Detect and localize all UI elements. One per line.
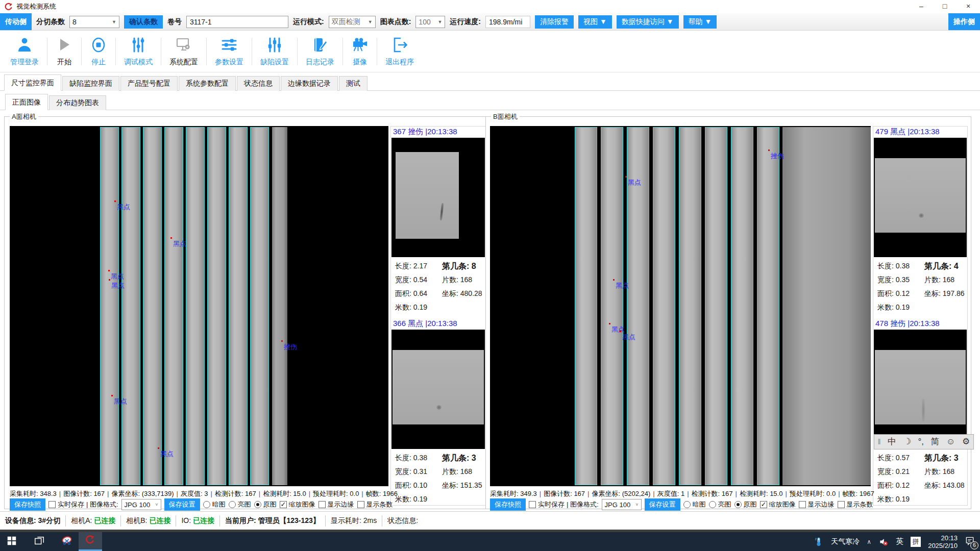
taskbar-start-button[interactable] (0, 532, 23, 551)
tab-4[interactable]: 状态信息 (237, 76, 280, 91)
defect-card[interactable]: 367 挫伤 |20:13:38长度: 2.17第几条: 8宽度: 0.54片数… (391, 127, 485, 314)
camera-image-a[interactable]: 黑点黑点黑点黑点黑点黑点挫伤 (10, 126, 388, 486)
thermometer-icon[interactable] (814, 537, 824, 547)
tab-3[interactable]: 系统参数配置 (179, 76, 236, 91)
display-mode-radio-原图[interactable] (254, 501, 261, 508)
defect-card[interactable]: 478 挫伤 |20:13:38长度: 0.57第几条: 3宽度: 0.21片数… (873, 318, 967, 506)
data-quick-access-menu-button[interactable]: 数据快捷访问 ▼ (617, 15, 679, 29)
save-snapshot-button[interactable]: 保存快照 (490, 498, 526, 511)
drive-side-button[interactable]: 传动侧 (0, 13, 32, 30)
image-format-select[interactable]: JPG 100˅ (121, 499, 161, 510)
taskbar-clock[interactable]: 20:13 2025/2/10 (928, 534, 958, 549)
defect-card[interactable]: 479 黑点 |20:13:38长度: 0.38第几条: 4宽度: 0.35片数… (873, 127, 967, 314)
help-menu-button[interactable]: 帮助 ▼ (683, 15, 717, 29)
ime-simplified-icon[interactable]: 简 (930, 435, 939, 449)
ime-punctuation-icon[interactable]: °, (918, 435, 924, 449)
taskbar-vision-app-button[interactable] (79, 532, 102, 551)
user-icon (16, 36, 33, 55)
display-mode-radio-原图[interactable] (734, 501, 742, 508)
ime-emoji-icon[interactable]: ☺ (946, 435, 955, 449)
roll-number-input[interactable]: 3117-1 (186, 16, 288, 28)
option-checkbox-显示条数[interactable] (838, 501, 845, 508)
display-mode-radio-暗图[interactable] (683, 501, 691, 508)
taskbar-task-view-button[interactable] (28, 532, 51, 551)
material-strip (653, 127, 675, 485)
subtab-1[interactable]: 分布趋势图表 (49, 95, 106, 110)
app-logo-icon (4, 3, 13, 11)
tab-1[interactable]: 缺陷监控界面 (62, 76, 119, 91)
camera-stat: 检测计数: 167 (692, 490, 733, 497)
defect-mark (919, 213, 924, 218)
speaker-muted-icon[interactable] (878, 537, 889, 547)
display-mode-radio-亮图[interactable] (229, 501, 236, 508)
tab-2[interactable]: 产品型号配置 (120, 76, 178, 91)
camera-image-b[interactable]: 挫伤黑点黑点黑点黑点 (490, 126, 871, 486)
view-menu-button[interactable]: 视图 ▼ (578, 15, 612, 29)
toolbar-debug-sliders-button[interactable]: 调试模式 (116, 34, 161, 69)
option-checkbox-显示边缘[interactable] (799, 501, 806, 508)
toolbar-defect-sliders-button[interactable]: 缺陷设置 (252, 34, 297, 69)
ime-language-indicator[interactable]: 英 (896, 537, 903, 546)
defect-stat-row: 米数: 0.19 (395, 300, 484, 314)
tab-6[interactable]: 测试 (339, 76, 368, 91)
toolbar-log-book-button[interactable]: 日志记录 (298, 34, 342, 69)
defect-stat: 坐标: 143.08 (924, 479, 965, 492)
toolbar-icon-label: 系统配置 (169, 58, 198, 67)
toolbar-user-button[interactable]: 管理登录 (2, 34, 47, 69)
image-format-value: JPG 100 (605, 501, 631, 509)
slit-count-label: 分切条数 (36, 17, 65, 27)
option-checkbox-缩放图像[interactable] (760, 501, 767, 508)
ime-drag-handle[interactable]: ‖ (878, 435, 881, 449)
toolbar-play-button[interactable]: 开始 (47, 34, 81, 69)
save-snapshot-button[interactable]: 保存快照 (10, 498, 45, 511)
realtime-save-checkbox[interactable] (529, 501, 536, 508)
tab-5[interactable]: 边缘数据记录 (281, 76, 338, 91)
option-checkbox-缩放图像[interactable] (280, 501, 287, 508)
action-center-icon[interactable]: 6 (965, 536, 975, 547)
clock-time: 20:13 (928, 534, 958, 542)
display-mode-radio-暗图[interactable] (203, 501, 210, 508)
toolbar-exit-door-button[interactable]: 退出程序 (377, 34, 422, 69)
tab-0[interactable]: 尺寸监控界面 (4, 74, 61, 91)
maximize-button[interactable]: □ (933, 0, 957, 13)
weather-text[interactable]: 天气寒冷 (831, 537, 860, 546)
confirm-count-button[interactable]: 确认条数 (124, 15, 163, 29)
separator: | (540, 490, 541, 497)
save-settings-button[interactable]: 保存设置 (164, 498, 200, 511)
sub-tab-bar: 正面图像分布趋势图表 (0, 91, 980, 110)
tray-chevron-up-icon[interactable]: ∧ (867, 538, 871, 545)
slit-count-select[interactable]: 8 ▼ (69, 16, 119, 28)
toolbar-params-sliders-button[interactable]: 参数设置 (207, 34, 252, 69)
clear-alarm-button[interactable]: 清除报警 (535, 15, 574, 29)
toolbar-video-camera-button[interactable]: 摄像 (343, 34, 377, 69)
realtime-save-checkbox[interactable] (48, 501, 56, 508)
toolbar-stop-button[interactable]: 停止 (82, 34, 115, 69)
save-settings-button[interactable]: 保存设置 (645, 498, 680, 511)
defect-stat: 面积: 0.12 (877, 481, 910, 489)
toolbar-system-config-button[interactable]: 系统配置 (161, 34, 206, 69)
minimize-button[interactable]: – (910, 0, 933, 13)
option-checkbox-显示条数[interactable] (357, 501, 364, 508)
defect-label: 黑点 (114, 398, 127, 405)
subtab-0[interactable]: 正面图像 (5, 94, 48, 110)
option-checkbox-显示边缘[interactable] (318, 501, 326, 508)
defect-card[interactable]: 366 黑点 |20:13:38长度: 0.38第几条: 3宽度: 0.31片数… (391, 318, 485, 506)
image-format-select[interactable]: JPG 100˅ (602, 499, 642, 510)
operate-side-button[interactable]: 操作侧 (948, 13, 980, 30)
ime-mode-chinese[interactable]: 中 (888, 435, 896, 449)
ime-moon-icon[interactable]: ☽ (903, 435, 911, 449)
defect-label: 黑点 (111, 273, 124, 280)
taskbar-snipping-tool-button[interactable] (55, 532, 79, 551)
window-title: 视觉检测系统 (16, 2, 56, 11)
status-item: 设备信息: 3#分切 (0, 516, 65, 525)
close-button[interactable]: × (957, 0, 980, 13)
run-mode-select[interactable]: 双面检测 ▼ (329, 16, 376, 28)
ime-pinyin-icon[interactable]: 拼 (911, 537, 921, 547)
option-label: 显示边缘 (328, 500, 354, 509)
chart-points-select[interactable]: 100 ▼ (415, 16, 445, 28)
defect-crop-image (874, 330, 967, 449)
ime-settings-gear-icon[interactable]: ⚙ (962, 435, 970, 449)
display-mode-radio-亮图[interactable] (709, 501, 716, 508)
defect-stat-row: 面积: 0.12坐标: 143.08 (877, 479, 966, 492)
camera-stat: 图像计数: 167 (63, 490, 105, 497)
